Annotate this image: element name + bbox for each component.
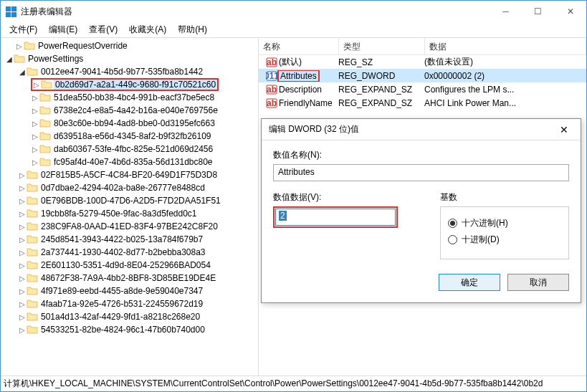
tree-item[interactable]: ▷238C9FA8-0AAD-41ED-83F4-97BE242C8F20 — [1, 220, 258, 233]
tree-item[interactable]: ▷80e3c60e-bb94-4ad8-bbe0-0d3195efc663 — [1, 117, 258, 130]
expand-icon[interactable]: ▷ — [31, 107, 39, 115]
expand-icon[interactable]: ▷ — [18, 249, 27, 257]
tree-pane[interactable]: ▷PowerRequestOverride◢PowerSettings◢0012… — [1, 38, 259, 376]
tree-item[interactable]: ▷0E796BDB-100D-47D6-A2D5-F7D2DAA51F51 — [1, 194, 258, 207]
col-header-name[interactable]: 名称 — [259, 38, 339, 54]
expand-icon[interactable]: ▷ — [31, 145, 39, 153]
expand-icon[interactable]: ▷ — [32, 81, 41, 89]
folder-icon — [39, 118, 51, 128]
tree-label: 4f971e89-eebd-4455-a8de-9e59040e7347 — [39, 286, 204, 296]
ok-button[interactable]: 确定 — [439, 274, 500, 291]
expand-icon[interactable]: ▷ — [18, 313, 27, 321]
folder-icon — [27, 286, 38, 296]
expand-icon[interactable]: ▷ — [18, 171, 27, 179]
expand-icon[interactable]: ▷ — [31, 94, 39, 102]
expand-icon[interactable]: ▷ — [18, 223, 27, 231]
expand-icon[interactable]: ▷ — [18, 287, 27, 295]
menu-help[interactable]: 帮助(H) — [172, 22, 213, 37]
tree-item[interactable]: ▷54533251-82be-4824-96c1-47b60b740d00 — [1, 323, 258, 336]
list-header: 名称 类型 数据 — [259, 38, 586, 55]
value-data: AHCI Link Power Man... — [420, 98, 586, 108]
col-header-data[interactable]: 数据 — [425, 38, 586, 54]
dialog-title: 编辑 DWORD (32 位)值 — [269, 123, 555, 135]
tree-item[interactable]: ▷4f971e89-eebd-4455-a8de-9e59040e7347 — [1, 285, 258, 297]
tree-item[interactable]: ▷501a4d13-42af-4429-9fd1-a8218c268e20 — [1, 310, 258, 323]
tree-item[interactable]: ▷0d7dbae2-4294-402a-ba8e-26777e8488cd — [1, 181, 258, 194]
expand-icon[interactable]: ▷ — [18, 236, 27, 244]
expand-icon[interactable]: ▷ — [18, 210, 27, 218]
tree-item[interactable]: ▷PowerRequestOverride — [1, 39, 258, 52]
folder-icon — [27, 170, 38, 180]
list-row[interactable]: 011AttributesREG_DWORD0x00000002 (2) — [259, 69, 586, 82]
tree-label: fc95af4d-40e7-4b6d-835a-56d131dbc80e — [52, 157, 214, 167]
minimize-button[interactable]: ─ — [490, 1, 522, 22]
expand-icon[interactable]: ▷ — [18, 197, 27, 205]
expand-icon[interactable]: ▷ — [18, 184, 27, 192]
expand-icon[interactable]: ▷ — [15, 42, 24, 50]
radio-hex-icon — [448, 219, 457, 228]
maximize-button[interactable]: ☐ — [522, 1, 554, 22]
close-button[interactable]: ✕ — [554, 1, 586, 22]
tree-item[interactable]: ▷0b2d69d7-a2a1-449c-9680-f91c70521c60 — [1, 78, 258, 91]
radio-dec[interactable]: 十进制(D) — [448, 234, 561, 246]
list-row[interactable]: ab(默认)REG_SZ(数值未设置) — [259, 55, 586, 69]
folder-icon — [27, 325, 38, 335]
value-data-label: 数值数据(V): — [273, 191, 426, 204]
tree-label: PowerRequestOverride — [37, 41, 129, 51]
list-row[interactable]: abFriendlyNameREG_EXPAND_SZAHCI Link Pow… — [259, 96, 586, 110]
col-header-type[interactable]: 类型 — [339, 38, 425, 54]
tree-item[interactable]: ◢0012ee47-9041-4b5d-9b77-535fba8b1442 — [1, 65, 258, 78]
folder-icon — [27, 183, 38, 193]
tree-item[interactable]: ▷19cbb8fa-5279-450e-9fac-8a3d5fedd0c1 — [1, 207, 258, 220]
tree-item[interactable]: ▷02F815B5-A5CF-4C84-BF20-649D1F75D3D8 — [1, 168, 258, 181]
list-row[interactable]: abDescriptionREG_EXPAND_SZConfigures the… — [259, 82, 586, 96]
expand-icon[interactable]: ▷ — [31, 133, 39, 140]
value-type: REG_SZ — [334, 57, 420, 67]
value-name: Description — [279, 85, 322, 95]
folder-icon — [39, 92, 51, 102]
tree-item[interactable]: ▷4faab71a-92e5-4726-b531-224559672d19 — [1, 297, 258, 310]
folder-icon — [27, 209, 38, 219]
menu-edit[interactable]: 编辑(E) — [43, 22, 83, 37]
value-name: Attributes — [277, 70, 320, 82]
tree-item[interactable]: ▷2a737441-1930-4402-8d77-b2bebba308a3 — [1, 246, 258, 259]
expand-icon[interactable]: ▷ — [18, 300, 27, 308]
svg-text:ab: ab — [267, 85, 277, 95]
cancel-button[interactable]: 取消 — [507, 274, 569, 291]
tree-item[interactable]: ▷245d8541-3943-4422-b025-13a784f679b7 — [1, 233, 258, 246]
tree-item[interactable]: ▷fc95af4d-40e7-4b6d-835a-56d131dbc80e — [1, 156, 258, 168]
radio-dec-icon — [448, 235, 457, 244]
tree-label: 80e3c60e-bb94-4ad8-bbe0-0d3195efc663 — [52, 118, 216, 128]
radio-hex[interactable]: 十六进制(H) — [448, 217, 561, 229]
menu-view[interactable]: 查看(V) — [83, 22, 123, 37]
tree-label: PowerSettings — [27, 54, 85, 64]
tree-item[interactable]: ▷48672F38-7A9A-4bb2-8BF8-3D85BE19DE4E — [1, 272, 258, 285]
tree-item[interactable]: ▷2E601130-5351-4d9d-8E04-252966BAD054 — [1, 259, 258, 272]
expand-icon[interactable]: ▷ — [18, 262, 27, 269]
expand-icon[interactable]: ◢ — [5, 55, 14, 63]
tree-item[interactable]: ▷51dea550-bb38-4bc4-991b-eacf37be5ec8 — [1, 91, 258, 104]
base-label: 基数 — [440, 191, 569, 204]
value-type: REG_EXPAND_SZ — [334, 98, 420, 108]
expand-icon[interactable]: ▷ — [18, 274, 27, 282]
folder-icon — [24, 41, 35, 51]
value-type: REG_DWORD — [334, 71, 420, 81]
tree-item[interactable]: ▷dab60367-53fe-4fbc-825e-521d069d2456 — [1, 143, 258, 156]
tree-label: 0d7dbae2-4294-402a-ba8e-26777e8488cd — [39, 183, 206, 193]
folder-icon — [27, 67, 38, 77]
menu-file[interactable]: 文件(F) — [4, 22, 43, 37]
expand-icon[interactable]: ▷ — [31, 158, 39, 166]
tree-label: 2E601130-5351-4d9d-8E04-252966BAD054 — [39, 260, 212, 270]
tree-item[interactable]: ▷6738e2c4-e8a5-4a42-b16a-e040e769756e — [1, 104, 258, 117]
expand-icon[interactable]: ▷ — [31, 120, 39, 128]
tree-item[interactable]: ◢PowerSettings — [1, 52, 258, 65]
expand-icon[interactable]: ▷ — [18, 326, 27, 334]
value-name-field: Attributes — [273, 164, 569, 181]
value-data-input[interactable]: 2 — [275, 209, 396, 226]
folder-icon — [27, 312, 38, 322]
dialog-close-button[interactable]: ✕ — [555, 124, 573, 135]
tree-item[interactable]: ▷d639518a-e56d-4345-8af2-b9f32fb26109 — [1, 130, 258, 143]
tree-label: dab60367-53fe-4fbc-825e-521d069d2456 — [52, 144, 214, 154]
menu-favorites[interactable]: 收藏夹(A) — [123, 22, 172, 37]
expand-icon[interactable]: ◢ — [18, 68, 27, 76]
